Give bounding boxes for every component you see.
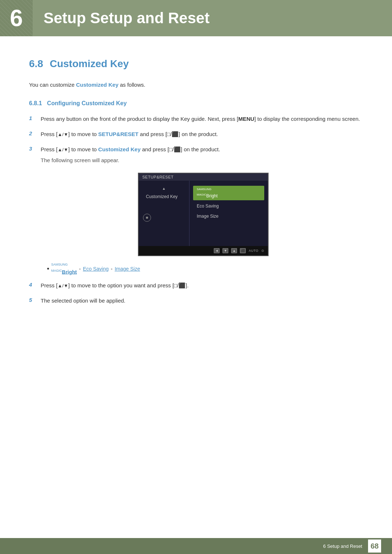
step-number-3: 3 — [29, 145, 36, 152]
submenu-item-imagesize: Image Size — [193, 212, 264, 221]
step-4-text: Press [▲/▼] to move to the option you wa… — [41, 281, 189, 290]
step-number-1: 1 — [29, 115, 36, 121]
section-title: Customized Key — [50, 58, 129, 70]
step-1-text: Press any button on the front of the pro… — [41, 115, 360, 123]
intro-paragraph: You can customize Customized Key as foll… — [29, 81, 363, 89]
monitor-menu-item: Customized Key — [143, 193, 185, 201]
footer-btn-enter: ⬛ — [240, 248, 246, 253]
submenu-item-bright: SAMSUNGMAGICBright — [193, 186, 264, 200]
subsection-heading: 6.8.1 Configuring Customized Key — [29, 100, 363, 107]
monitor-right-panel: SAMSUNGMAGICBright Eco Saving Image Size — [189, 181, 268, 246]
footer-chapter-label: 6 Setup and Reset — [323, 543, 362, 549]
option-eco-saving: Eco Saving — [83, 266, 109, 272]
customized-key-bold: Customized Key — [76, 82, 119, 88]
monitor-screen: SETUP&RESET ▲ Customized Key SAMSUNGMAGI… — [138, 173, 269, 256]
step-5-text: The selected option will be applied. — [41, 296, 125, 305]
step-number-4: 4 — [29, 281, 36, 288]
monitor-screenshot-container: SETUP&RESET ▲ Customized Key SAMSUNGMAGI… — [44, 173, 363, 256]
chapter-number: 6 — [0, 0, 33, 36]
section-heading: 6.8 Customized Key — [29, 58, 363, 70]
step-3-sub: The following screen will appear. — [41, 156, 220, 165]
monitor-settings-icon — [143, 214, 151, 222]
section-number: 6.8 — [29, 58, 43, 70]
separator-1: - — [79, 266, 81, 272]
monitor-left-panel: ▲ Customized Key — [139, 181, 189, 246]
chapter-title-area: Setup Setup and Reset — [33, 0, 209, 36]
chapter-header: 6 Setup Setup and Reset — [0, 0, 392, 36]
step-1: 1 Press any button on the front of the p… — [29, 115, 363, 123]
step-number-5: 5 — [29, 296, 36, 303]
step-3: 3 Press [▲/▼] to move to Customized Key … — [29, 145, 363, 165]
subsection-title: Configuring Customized Key — [47, 100, 127, 107]
step-2: 2 Press [▲/▼] to move to SETUP&RESET and… — [29, 130, 363, 139]
monitor-titlebar: SETUP&RESET — [139, 173, 268, 181]
step-4: 4 Press [▲/▼] to move to the option you … — [29, 281, 363, 290]
steps-list-continued: 4 Press [▲/▼] to move to the option you … — [29, 281, 363, 305]
footer-settings-dot: ⊙ — [261, 249, 264, 253]
chapter-title: Setup Setup and Reset — [44, 9, 209, 27]
footer-btn-up: ▲ — [231, 248, 237, 253]
footer-btn-left: ◄ — [214, 248, 220, 253]
samsung-magic-label-screen: SAMSUNGMAGIC — [197, 188, 211, 196]
page-footer: 6 Setup and Reset 68 — [0, 538, 392, 554]
main-content: 6.8 Customized Key You can customize Cus… — [0, 58, 392, 305]
option-image-size: Image Size — [115, 266, 140, 272]
monitor-footer: ◄ ▼ ▲ ⬛ AUTO ⊙ — [139, 246, 268, 255]
scroll-arrow-up: ▲ — [143, 186, 185, 190]
step-2-text: Press [▲/▼] to move to SETUP&RESET and p… — [41, 130, 218, 139]
option-samsung-bright: SAMSUNGMAGICBright — [51, 263, 77, 275]
icon-dot — [146, 217, 148, 219]
steps-list: 1 Press any button on the front of the p… — [29, 115, 363, 165]
separator-2: - — [111, 266, 113, 272]
bullet-dot-icon — [47, 268, 49, 270]
submenu-item-ecosaving: Eco Saving — [193, 202, 264, 210]
step-5: 5 The selected option will be applied. — [29, 296, 363, 305]
step-3-text: Press [▲/▼] to move to Customized Key an… — [41, 145, 220, 165]
footer-btn-down: ▼ — [222, 248, 228, 253]
options-list-item: SAMSUNGMAGICBright - Eco Saving - Image … — [47, 263, 363, 275]
footer-auto-label: AUTO — [249, 249, 258, 253]
page-number: 68 — [368, 539, 381, 553]
step-number-2: 2 — [29, 130, 36, 136]
subsection-number: 6.8.1 — [29, 100, 42, 107]
options-bullet-list: SAMSUNGMAGICBright - Eco Saving - Image … — [47, 263, 363, 275]
monitor-content: ▲ Customized Key SAMSUNGMAGICBright Eco … — [139, 181, 268, 246]
